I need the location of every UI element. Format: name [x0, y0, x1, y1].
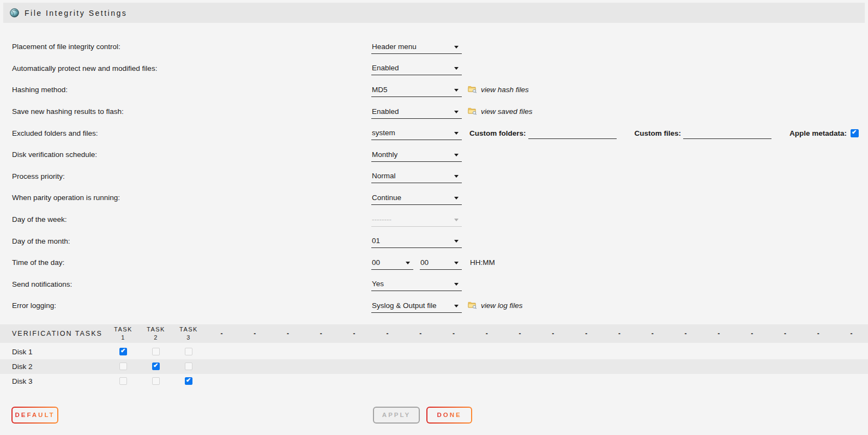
dash-column-header: - [205, 330, 238, 337]
folder-search-icon [468, 85, 477, 95]
disk3-task3-checkbox[interactable] [185, 377, 192, 385]
dash-column-header: - [636, 330, 669, 337]
chevron-down-icon [454, 46, 459, 49]
disk3-task1-checkbox[interactable] [119, 377, 127, 385]
custom-files-label: Custom files: [635, 129, 682, 137]
minute-select[interactable]: 00 [420, 256, 462, 270]
select-value: Enabled [372, 64, 399, 72]
task-3-column-header: TASK3 [172, 325, 205, 341]
view-log-files-link[interactable]: view log files [468, 301, 523, 311]
field-label: Automatically protect new and modified f… [12, 64, 371, 72]
chevron-down-icon [454, 154, 459, 156]
field-label: Process priority: [12, 172, 371, 180]
form-row-save-to-flash: Save new hashing results to flash: Enabl… [0, 101, 868, 123]
custom-files-input[interactable] [683, 127, 771, 139]
disk-name: Disk 1 [0, 348, 107, 356]
disk3-task2-checkbox[interactable] [152, 377, 160, 385]
page-title: File Integrity Settings [25, 9, 127, 17]
folder-search-icon [468, 107, 477, 117]
parity-action-select[interactable]: Continue [371, 191, 462, 205]
select-value: 00 [372, 258, 380, 267]
disk2-task3-checkbox[interactable] [185, 362, 192, 370]
hashing-method-select[interactable]: MD5 [371, 83, 462, 97]
dash-column-header: - [736, 330, 769, 337]
select-value: Enabled [372, 107, 399, 116]
save-to-flash-select[interactable]: Enabled [371, 105, 462, 119]
view-link-label: view log files [481, 301, 523, 310]
priority-select[interactable]: Normal [371, 169, 462, 183]
settings-form: Placement of file integrity control: Hea… [0, 23, 868, 317]
select-value: -------- [372, 215, 391, 223]
custom-folders-label: Custom folders: [469, 129, 526, 137]
view-hash-files-link[interactable]: view hash files [468, 85, 529, 95]
dash-column-header: - [371, 330, 404, 337]
dash-column-header: - [570, 330, 603, 337]
form-row-day-of-month: Day of the month: 01 [0, 230, 868, 252]
chevron-down-icon [454, 219, 459, 221]
dash-column-header: - [304, 330, 337, 337]
field-label: Excluded folders and files: [12, 129, 371, 137]
select-value: Normal [372, 172, 396, 180]
form-row-priority: Process priority: Normal [0, 166, 868, 188]
disk1-task1-checkbox[interactable] [119, 348, 127, 355]
select-value: MD5 [372, 86, 388, 94]
apple-metadata-label: Apple metadata: [789, 129, 847, 137]
default-button[interactable]: DEFAULT [11, 407, 58, 424]
disk-name: Disk 2 [0, 362, 107, 371]
day-of-week-select[interactable]: -------- [371, 213, 462, 227]
field-label: Error logging: [12, 301, 371, 310]
file-integrity-plugin-icon [10, 8, 19, 17]
day-of-month-select[interactable]: 01 [371, 234, 462, 248]
task-1-column-header: TASK1 [107, 325, 140, 341]
form-row-hashing-method: Hashing method: MD5 view hash files [0, 79, 868, 101]
dash-column-header: - [801, 330, 835, 337]
select-value: 01 [372, 237, 380, 245]
select-value: Header menu [372, 43, 417, 51]
table-row-disk3: Disk 3 [0, 374, 868, 389]
placement-select[interactable]: Header menu [371, 40, 462, 54]
titlebar: File Integrity Settings [3, 3, 865, 23]
field-label: Day of the month: [12, 237, 371, 245]
table-header-row: VERIFICATION TASKS TASK1 TASK2 TASK3 ---… [0, 324, 868, 343]
chevron-down-icon [454, 89, 459, 92]
excluded-select[interactable]: system [371, 126, 462, 140]
folder-search-icon [468, 301, 477, 311]
form-row-day-of-week: Day of the week: -------- [0, 209, 868, 231]
schedule-select[interactable]: Monthly [371, 148, 462, 162]
notifications-select[interactable]: Yes [371, 277, 462, 291]
apple-metadata-checkbox[interactable] [851, 129, 859, 137]
disk2-task1-checkbox[interactable] [119, 362, 127, 370]
dash-column-header: - [702, 330, 736, 337]
chevron-down-icon [454, 262, 459, 264]
view-saved-files-link[interactable]: view saved files [468, 107, 533, 117]
select-value: Yes [372, 280, 384, 288]
dash-column-header: - [437, 330, 471, 337]
done-button[interactable]: DONE [426, 407, 472, 424]
table-title: VERIFICATION TASKS [0, 330, 107, 337]
apply-button[interactable]: APPLY [373, 407, 420, 424]
chevron-down-icon [454, 283, 459, 286]
chevron-down-icon [454, 111, 459, 113]
dash-column-header: - [470, 330, 503, 337]
dash-column-header: - [272, 330, 305, 337]
view-link-label: view hash files [481, 86, 529, 94]
custom-folders-input[interactable] [528, 127, 617, 139]
chevron-down-icon [454, 240, 459, 243]
field-label: When parity operation is running: [12, 194, 371, 202]
field-label: Send notifications: [12, 280, 371, 288]
error-logging-select[interactable]: Syslog & Output file [371, 299, 462, 313]
disk-name: Disk 3 [0, 377, 107, 385]
verification-tasks-table: VERIFICATION TASKS TASK1 TASK2 TASK3 ---… [0, 324, 868, 389]
form-row-placement: Placement of file integrity control: Hea… [0, 36, 868, 58]
disk1-task2-checkbox[interactable] [152, 348, 160, 355]
auto-protect-select[interactable]: Enabled [371, 61, 462, 75]
dash-column-header: - [669, 330, 702, 337]
dash-column-header: - [238, 330, 272, 337]
hour-select[interactable]: 00 [371, 256, 413, 270]
disk1-task3-checkbox[interactable] [185, 348, 192, 355]
dash-column-header: - [404, 330, 437, 337]
field-label: Placement of file integrity control: [12, 43, 371, 51]
field-label: Save new hashing results to flash: [12, 107, 371, 116]
disk2-task2-checkbox[interactable] [152, 362, 160, 370]
field-label: Disk verification schedule: [12, 150, 371, 159]
